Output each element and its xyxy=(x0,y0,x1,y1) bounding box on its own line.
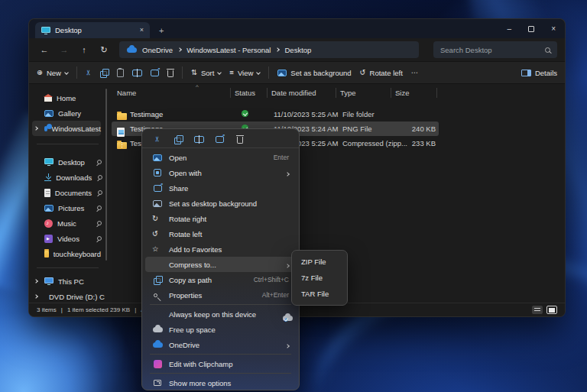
image-icon xyxy=(277,70,287,76)
icons-view-toggle[interactable] xyxy=(546,306,557,314)
search-input[interactable]: Search Desktop xyxy=(433,41,557,58)
rename-icon[interactable] xyxy=(194,136,204,143)
breadcrumb-onedrive[interactable]: OneDrive xyxy=(142,46,173,54)
sort-button[interactable]: ⇅ Sort xyxy=(191,69,221,77)
menu-separator xyxy=(150,304,291,305)
details-view-toggle[interactable] xyxy=(532,306,543,314)
details-pane-button[interactable]: Details xyxy=(521,69,557,77)
chevron-right-icon[interactable] xyxy=(34,294,38,299)
chevron-right-icon[interactable] xyxy=(34,126,38,131)
context-menu-quick-actions: ✂ xyxy=(142,131,299,148)
tab-close-icon[interactable]: × xyxy=(140,27,144,34)
sidebar-item-this-pc[interactable]: This PC xyxy=(32,274,101,289)
menu-item-show-more-options[interactable]: Show more options xyxy=(145,375,296,390)
sidebar-item-desktop[interactable]: Desktop xyxy=(32,154,101,170)
up-button[interactable]: ↑ xyxy=(76,46,92,54)
sidebar-label: Music xyxy=(57,219,76,228)
menu-label: Compress to... xyxy=(169,261,216,269)
forward-button[interactable]: → xyxy=(57,46,72,54)
clipchamp-icon xyxy=(154,360,162,368)
menu-item-edit-with-clipchamp[interactable]: Edit with Clipchamp xyxy=(145,356,296,371)
cut-icon[interactable]: ✂ xyxy=(154,134,161,144)
show-more-icon xyxy=(154,380,161,386)
sidebar-label: WindowsLatest xyxy=(52,125,101,133)
column-divider[interactable] xyxy=(267,88,268,98)
properties-key-icon xyxy=(154,293,157,297)
item-count: 3 items xyxy=(37,306,57,313)
breadcrumb-windowslatest[interactable]: WindowsLatest - Personal xyxy=(186,46,271,54)
column-divider[interactable] xyxy=(436,88,437,98)
sidebar-item-downloads[interactable]: Downloads xyxy=(32,170,101,185)
sidebar-item-documents[interactable]: Documents xyxy=(32,185,101,200)
column-header-type[interactable]: Type xyxy=(340,89,356,97)
file-row-folder[interactable]: Testimage 11/10/2023 5:25 AM File folder xyxy=(112,107,439,121)
submenu-item-zip-file[interactable]: ZIP File xyxy=(292,254,347,270)
delete-button[interactable] xyxy=(167,70,174,77)
menu-item-free-up-space[interactable]: Free up space xyxy=(145,322,296,337)
sidebar-item-home[interactable]: Home xyxy=(32,90,101,105)
menu-item-open[interactable]: Open Enter xyxy=(145,150,296,165)
delete-icon[interactable] xyxy=(237,137,243,144)
address-bar-row: ← → ↑ ↻ OneDrive WindowsLatest - Persona… xyxy=(29,38,565,61)
sort-ascending-icon: ^ xyxy=(196,84,199,90)
menu-separator xyxy=(150,373,291,374)
rename-button[interactable] xyxy=(132,70,142,76)
view-button[interactable]: ≡ View xyxy=(229,69,260,77)
image-icon xyxy=(153,200,162,207)
column-divider[interactable] xyxy=(336,88,336,98)
sidebar-item-videos[interactable]: Videos xyxy=(32,231,101,246)
back-button[interactable]: ← xyxy=(37,46,52,54)
cut-button[interactable]: ✂ xyxy=(85,70,92,76)
column-header-name[interactable]: Name xyxy=(117,89,136,97)
tab-desktop[interactable]: Desktop × xyxy=(35,22,150,38)
menu-item-onedrive[interactable]: OneDrive xyxy=(145,337,296,352)
paste-button[interactable] xyxy=(117,69,124,77)
menu-item-open-with[interactable]: Open with xyxy=(145,165,296,180)
column-header-size[interactable]: Size xyxy=(395,89,409,97)
breadcrumb-desktop[interactable]: Desktop xyxy=(284,46,311,54)
new-tab-button[interactable]: + xyxy=(159,27,164,35)
set-as-background-button[interactable]: Set as background xyxy=(277,69,351,77)
sidebar-item-windowslatest[interactable]: WindowsLatest xyxy=(32,121,101,136)
menu-item-copy-as-path[interactable]: Copy as path Ctrl+Shift+C xyxy=(145,272,296,287)
chevron-right-icon[interactable] xyxy=(34,279,38,283)
sidebar-scrollbar[interactable] xyxy=(105,89,107,261)
pin-icon xyxy=(96,221,101,226)
cloud-sync-icon xyxy=(283,316,293,321)
share-icon[interactable] xyxy=(216,136,224,143)
maximize-button[interactable] xyxy=(528,26,534,32)
new-button[interactable]: ⊕ New xyxy=(37,69,68,77)
menu-item-share[interactable]: Share xyxy=(145,180,296,196)
sidebar-item-touchkeyboard[interactable]: touchkeyboard xyxy=(32,246,101,261)
chevron-right-icon xyxy=(285,344,290,348)
menu-item-always-keep-on-this-device[interactable]: Always keep on this device xyxy=(145,306,296,322)
menu-item-properties[interactable]: Properties Alt+Enter xyxy=(145,287,296,303)
refresh-button[interactable]: ↻ xyxy=(96,46,112,54)
onedrive-synced-icon xyxy=(242,110,248,117)
menu-item-set-as-desktop-background[interactable]: Set as desktop background xyxy=(145,196,296,211)
copy-button[interactable] xyxy=(100,69,109,77)
submenu-item-tar-file[interactable]: TAR File xyxy=(292,286,347,302)
share-button[interactable] xyxy=(151,70,159,76)
minimize-button[interactable]: – xyxy=(508,25,512,33)
menu-label: Free up space xyxy=(169,326,216,334)
sidebar-item-dvd-drive[interactable]: DVD Drive (D:) C xyxy=(32,289,101,304)
submenu-item-7z-file[interactable]: 7z File xyxy=(292,270,347,286)
column-header-date-modified[interactable]: Date modified xyxy=(271,89,316,97)
column-divider[interactable] xyxy=(230,88,231,98)
column-divider[interactable] xyxy=(391,88,391,98)
rotate-left-button[interactable]: ↺ Rotate left xyxy=(360,69,403,77)
menu-item-add-to-favorites[interactable]: ☆ Add to Favorites xyxy=(145,241,296,257)
menu-item-rotate-left[interactable]: ↺ Rotate left xyxy=(145,226,296,241)
menu-item-rotate-right[interactable]: ↻ Rotate right xyxy=(145,211,296,226)
more-options-button[interactable]: ⋯ xyxy=(411,69,419,76)
sidebar-item-music[interactable]: Music xyxy=(32,215,101,231)
sort-label: Sort xyxy=(201,69,214,77)
close-button[interactable]: × xyxy=(551,25,556,33)
copy-icon[interactable] xyxy=(174,135,183,144)
sidebar-item-gallery[interactable]: Gallery xyxy=(32,105,101,121)
breadcrumb[interactable]: OneDrive WindowsLatest - Personal Deskto… xyxy=(119,41,419,58)
column-header-status[interactable]: Status xyxy=(235,89,255,97)
sidebar-item-pictures[interactable]: Pictures xyxy=(32,200,101,215)
menu-item-compress-to[interactable]: Compress to... xyxy=(145,257,296,272)
